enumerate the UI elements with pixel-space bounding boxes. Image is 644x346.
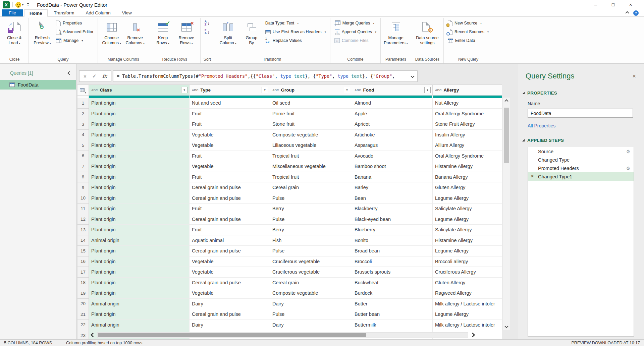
table-cell[interactable]: Gluten Allergy [433,182,502,193]
column-filter-button[interactable]: ▾ [344,87,350,93]
table-cell[interactable]: Plant origin [89,182,190,193]
table-cell[interactable]: Pulse [270,309,352,320]
column-filter-button[interactable]: ▾ [181,87,187,93]
table-cell[interactable]: Avocado [352,151,433,162]
table-cell[interactable]: Pulse [270,246,352,256]
table-cell[interactable]: Liliaceous vegetable [270,140,352,151]
table-cell[interactable]: Broad bean [352,246,433,256]
split-column-button[interactable]: ▾ Split Column▾ [216,19,240,46]
close-and-load-button[interactable]: → Close & Load▾ [3,19,26,46]
table-cell[interactable]: Aquatic animal [190,235,270,246]
vertical-scroll-thumb[interactable] [504,108,509,163]
table-cell[interactable]: Blackberry [352,204,433,214]
table-cell[interactable]: Animal origin [89,320,190,331]
table-cell[interactable]: Cereal grain and pulse [190,309,270,320]
table-cell[interactable]: Cereal grain and pulse [190,193,270,204]
table-select-all-button[interactable]: ▾ [77,85,89,96]
enter-data-button[interactable]: Enter Data [446,36,491,45]
table-cell[interactable]: Apricot [352,119,433,130]
table-cell[interactable]: Bonito [352,235,433,246]
table-cell[interactable]: Plant origin [89,172,190,183]
row-number[interactable]: 18 [77,278,89,288]
table-cell[interactable]: Dairy [270,320,352,331]
table-cell[interactable]: Vegetable [190,256,270,267]
table-cell[interactable]: Butter bean [352,309,433,320]
collapse-queries-pane-icon[interactable] [67,71,71,75]
table-cell[interactable]: Legume Allergy [433,214,502,225]
table-cell[interactable]: Plant origin [89,119,190,130]
applied-steps-section-header[interactable]: APPLIED STEPS [522,138,644,143]
tab-home[interactable]: Home [24,9,48,17]
table-cell[interactable]: Tropical fruit [270,151,352,162]
applied-step-changed-type[interactable]: Changed Type [528,156,634,164]
delete-step-icon[interactable]: × [531,173,534,179]
table-cell[interactable]: Legume Allergy [433,309,502,320]
table-cell[interactable]: Milk allergy / Lactose intoler [433,320,502,331]
table-cell[interactable]: Dairy [270,299,352,309]
vertical-scrollbar[interactable] [503,98,510,330]
expand-formula-bar-icon[interactable] [411,74,414,78]
table-cell[interactable]: Fruit [190,225,270,235]
row-number[interactable]: 6 [77,151,89,162]
recent-sources-button[interactable]: Recent Sources ▾ [446,27,491,36]
table-cell[interactable]: Plant origin [89,109,190,119]
table-cell[interactable]: Legume Allergy [433,246,502,256]
table-cell[interactable]: Dairy [190,299,270,309]
table-cell[interactable]: Fruit [190,204,270,214]
table-cell[interactable]: Plant origin [89,214,190,225]
table-cell[interactable]: Vegetable [190,161,270,172]
manage-parameters-button[interactable]: Manage Parameters▾ [383,19,409,46]
table-cell[interactable]: Histamine Allergy [433,235,502,246]
table-cell[interactable]: Composite vegetable [270,288,352,299]
table-cell[interactable]: Insulin Allergy [433,130,502,140]
row-number[interactable]: 5 [77,140,89,151]
table-cell[interactable]: Plant origin [89,98,190,109]
horizontal-scrollbar[interactable] [91,331,474,339]
table-cell[interactable]: Pulse [270,214,352,225]
row-number[interactable]: 12 [77,214,89,225]
row-number[interactable]: 8 [77,172,89,183]
column-header-allergy[interactable]: ABCAllergy [433,85,502,96]
row-number[interactable]: 15 [77,246,89,256]
row-number[interactable]: 20 [77,299,89,309]
table-cell[interactable]: Plant origin [89,309,190,320]
merge-queries-button[interactable]: → Merge Queries ▾ [332,19,378,27]
table-cell[interactable]: Plant origin [89,225,190,235]
scroll-right-icon[interactable] [470,333,475,337]
table-cell[interactable]: Bean [352,193,433,204]
table-cell[interactable]: Histamine Allergy [433,161,502,172]
table-cell[interactable]: Almond [352,98,433,109]
table-cell[interactable]: Fruit [190,119,270,130]
table-cell[interactable]: Vegetable [190,267,270,278]
group-by-button[interactable]: Group By [240,19,263,46]
table-cell[interactable]: Milk allergy / Lactose intoler [433,299,502,309]
help-icon[interactable]: ? [633,10,639,16]
replace-values-button[interactable]: 1↳2 Replace Values [263,36,328,45]
row-number[interactable]: 22 [77,320,89,331]
commit-formula-icon[interactable]: ✓ [92,73,97,79]
table-cell[interactable]: Cruciferous Allergy [433,267,502,278]
column-header-group[interactable]: ABCGroup▾ [270,85,352,96]
table-cell[interactable]: Dairy [190,320,270,331]
table-cell[interactable]: Cruciferous vegetable [270,267,352,278]
row-number[interactable]: 21 [77,309,89,320]
manage-button[interactable]: Manage ▾ [54,36,96,45]
table-cell[interactable]: Stone fruit [270,119,352,130]
table-cell[interactable]: Butter [352,299,433,309]
choose-columns-button[interactable]: Choose Columns▾ [100,19,123,46]
properties-section-header[interactable]: PROPERTIES [522,91,644,96]
row-number[interactable]: 3 [77,119,89,130]
step-settings-gear-icon[interactable]: ⚙ [626,166,630,171]
sort-descending-button[interactable]: ZA ↓ [203,27,212,36]
data-source-settings-button[interactable]: ⚙ Data source settings [413,19,441,46]
data-type-button[interactable]: Data Type: Text ▾ [263,19,328,27]
table-cell[interactable]: Cereal grain [270,182,352,193]
properties-button[interactable]: Properties [54,19,96,27]
table-cell[interactable]: Fish [270,235,352,246]
table-cell[interactable]: Tropical fruit [270,172,352,183]
table-cell[interactable]: Plant origin [89,288,190,299]
table-cell[interactable]: Blueberry [352,225,433,235]
table-cell[interactable]: Animal origin [89,235,190,246]
table-cell[interactable]: Fruit [190,151,270,162]
table-cell[interactable]: Banana Allergy [433,172,502,183]
